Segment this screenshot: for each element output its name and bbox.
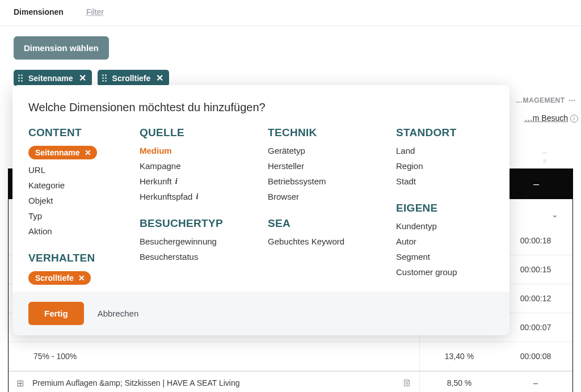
choose-dimension-button[interactable]: Dimension wählen [14, 36, 109, 60]
option-land[interactable]: Land [396, 146, 494, 155]
config-tabs: Dimensionen Filter [0, 0, 581, 26]
option-gebuchtes-keyword[interactable]: Gebuchtes Keyword [268, 237, 387, 246]
option-browser[interactable]: Browser [268, 192, 387, 201]
row-time: 00:00:18 [499, 226, 572, 255]
chip-label: Scrolltiefe [112, 74, 151, 83]
pill-label: Seitenname [35, 148, 80, 157]
group-head-technik: TECHNIK [268, 127, 387, 139]
modal-footer: Fertig Abbrechen [12, 292, 510, 335]
document-icon[interactable]: 🗎 [402, 377, 412, 389]
chip-label: Seitenname [28, 74, 73, 83]
row-label: 75% - 100% [33, 352, 419, 361]
option-herkunft[interactable]: Herkunft i [140, 176, 259, 186]
table-row-expandable[interactable]: ⊞ Premium Auflagen &amp; Sitzkissen | HA… [9, 371, 572, 392]
tab-dimensions[interactable]: Dimensionen [14, 0, 64, 26]
chip-remove-icon[interactable]: ✕ [78, 74, 86, 83]
chip-remove-icon[interactable]: ✕ [155, 74, 163, 83]
option-autor[interactable]: Autor [396, 237, 494, 246]
row-label: Premium Auflagen &amp; Sitzkissen | HAVE… [32, 378, 402, 387]
option-herkunftspfad[interactable]: Herkunftspfad i [140, 192, 259, 201]
selected-pill-scrolltiefe[interactable]: Scrolltiefe ✕ [28, 271, 91, 285]
option-label: Herkunftspfad [140, 192, 192, 201]
expand-icon[interactable]: ⊞ [16, 378, 28, 389]
row-time: – [499, 372, 572, 392]
option-kampagne[interactable]: Kampagne [140, 161, 259, 171]
option-customer-group[interactable]: Customer group [396, 267, 494, 277]
option-url[interactable]: URL [28, 165, 130, 175]
option-aktion[interactable]: Aktion [28, 226, 130, 236]
option-besuchergewinnung[interactable]: Besuchergewinnung [140, 237, 259, 246]
row-time: 00:00:12 [499, 284, 572, 313]
controls-area: Dimension wählen Seitenname ✕ Scrolltief… [0, 26, 581, 92]
cancel-button[interactable]: Abbrechen [98, 309, 139, 318]
bg-column-header-fragment: …MAGEMENT⋯ [516, 96, 581, 104]
row-time: 00:00:07 [499, 313, 572, 342]
group-head-standort: STANDORT [396, 127, 494, 139]
option-betriebssystem[interactable]: Betriebssystem [268, 176, 387, 186]
modal-title: Welche Dimensionen möchtest du hinzufüge… [28, 101, 494, 114]
info-icon[interactable]: i [196, 192, 198, 201]
group-head-besuchertyp: BESUCHERTYP [140, 217, 259, 230]
info-icon[interactable]: i [570, 115, 578, 123]
row-pct: 8,50 % [419, 372, 499, 392]
group-head-eigene: EIGENE [396, 202, 494, 214]
bg-visits-link-fragment[interactable]: …m Besuchi [525, 113, 578, 123]
option-region[interactable]: Region [396, 161, 494, 171]
drag-handle-icon[interactable] [17, 73, 24, 83]
option-geraetetyp[interactable]: Gerätetyp [268, 146, 387, 155]
option-medium[interactable]: Medium [140, 146, 259, 155]
drag-handle-icon[interactable] [101, 73, 108, 83]
selected-dimension-chips: Seitenname ✕ Scrolltiefe ✕ [14, 70, 567, 86]
option-besucherstatus[interactable]: Besucherstatus [140, 252, 259, 262]
group-head-quelle: QUELLE [140, 127, 259, 139]
done-button[interactable]: Fertig [28, 302, 84, 325]
pill-remove-icon[interactable]: ✕ [78, 273, 85, 283]
bg-agg-cell: – ø [508, 147, 581, 164]
row-time: 00:00:08 [499, 342, 572, 370]
info-icon[interactable]: i [175, 177, 178, 186]
group-head-sea: SEA [268, 217, 387, 230]
group-head-content: CONTENT [28, 127, 130, 139]
chip-seitenname[interactable]: Seitenname ✕ [14, 70, 92, 86]
row-pct: 13,40 % [419, 342, 499, 370]
option-stadt[interactable]: Stadt [396, 176, 494, 186]
option-kundentyp[interactable]: Kundentyp [396, 221, 494, 231]
row-time: 00:00:15 [499, 255, 572, 284]
option-objekt[interactable]: Objekt [28, 196, 130, 205]
pill-label: Scrolltiefe [35, 273, 74, 283]
chip-scrolltiefe[interactable]: Scrolltiefe ✕ [98, 70, 170, 86]
selected-pill-seitenname[interactable]: Seitenname ✕ [28, 146, 97, 159]
dimension-picker-modal: Welche Dimensionen möchtest du hinzufüge… [12, 85, 510, 335]
dark-row-value: – [533, 178, 539, 190]
pill-remove-icon[interactable]: ✕ [85, 148, 91, 157]
option-kategorie[interactable]: Kategorie [28, 180, 130, 190]
option-label: Herkunft [140, 176, 172, 186]
table-row[interactable]: 75% - 100% 13,40 % 00:00:08 [9, 342, 572, 371]
option-segment[interactable]: Segment [396, 252, 494, 262]
tab-filter[interactable]: Filter [86, 0, 104, 26]
row-time [499, 199, 572, 226]
group-head-verhalten: VERHALTEN [28, 252, 130, 264]
option-hersteller[interactable]: Hersteller [268, 161, 387, 171]
option-typ[interactable]: Typ [28, 211, 130, 221]
